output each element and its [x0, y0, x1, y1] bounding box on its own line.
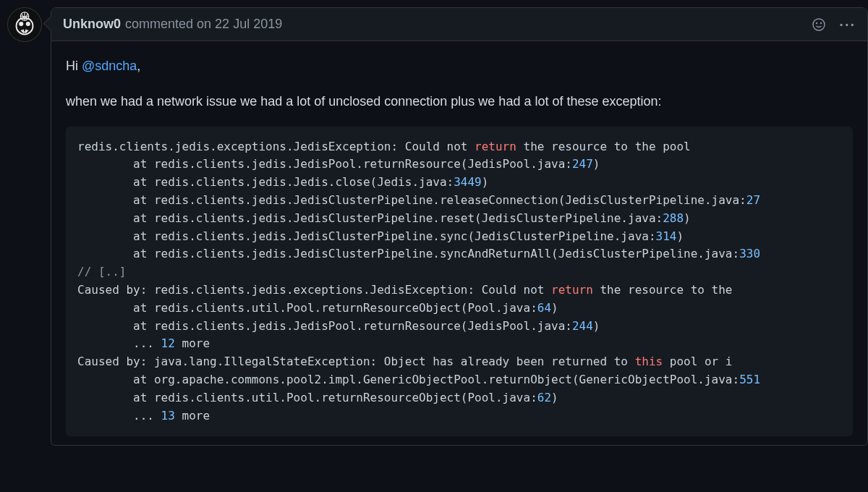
code-line: at redis.clients.util.Pool.returnResourc…: [77, 389, 841, 407]
code-line: at redis.clients.jedis.JedisPool.returnR…: [77, 156, 841, 174]
code-line: at redis.clients.util.Pool.returnResourc…: [77, 300, 841, 318]
code-line: at redis.clients.jedis.JedisPool.returnR…: [77, 318, 841, 336]
kebab-menu-icon[interactable]: ···: [839, 17, 856, 32]
comment-author-link[interactable]: Unknow0: [63, 17, 121, 32]
svg-point-2: [19, 22, 23, 26]
greeting-suffix: ,: [137, 59, 140, 73]
code-line: at redis.clients.jedis.Jedis.close(Jedis…: [77, 174, 841, 192]
comment-container: Unknow0 commented on 22 Jul 2019 ···: [51, 7, 868, 446]
svg-point-6: [813, 19, 825, 30]
avatar[interactable]: [7, 7, 42, 42]
comment-date-prefix: on: [197, 17, 215, 31]
stacktrace-code-block: redis.clients.jedis.exceptions.JedisExce…: [66, 127, 853, 437]
svg-point-3: [26, 22, 30, 26]
code-line: at redis.clients.jedis.JedisClusterPipel…: [77, 228, 841, 246]
code-line: ... 12 more: [77, 335, 841, 353]
comment-date: 22 Jul 2019: [215, 17, 282, 31]
code-line: // [..]: [77, 263, 841, 281]
greeting-prefix: Hi: [66, 59, 82, 73]
code-line: at org.apache.commons.pool2.impl.Generic…: [77, 371, 841, 389]
comment-body: Hi @sdncha, when we had a network issue …: [51, 41, 867, 445]
comment-header: Unknow0 commented on 22 Jul 2019 ···: [51, 8, 867, 41]
svg-rect-5: [25, 30, 27, 33]
user-mention[interactable]: @sdncha: [82, 59, 137, 73]
emoji-reaction-icon[interactable]: [812, 17, 826, 32]
svg-rect-4: [22, 30, 24, 33]
code-line: at redis.clients.jedis.JedisClusterPipel…: [77, 245, 841, 263]
comment-action-text: commented: [125, 17, 193, 31]
greeting-line: Hi @sdncha,: [66, 56, 853, 77]
code-line: redis.clients.jedis.exceptions.JedisExce…: [77, 138, 841, 156]
svg-point-7: [817, 22, 817, 23]
code-line: Caused by: redis.clients.jedis.exception…: [77, 281, 841, 300]
comment-timestamp: commented on 22 Jul 2019: [125, 17, 282, 32]
svg-point-8: [821, 22, 822, 23]
code-line: at redis.clients.jedis.JedisClusterPipel…: [77, 192, 841, 210]
body-paragraph: when we had a network issue we had a lot…: [66, 91, 853, 112]
code-line: Caused by: java.lang.IllegalStateExcepti…: [77, 353, 841, 371]
code-line: ... 13 more: [77, 407, 841, 425]
code-line: at redis.clients.jedis.JedisClusterPipel…: [77, 210, 841, 228]
